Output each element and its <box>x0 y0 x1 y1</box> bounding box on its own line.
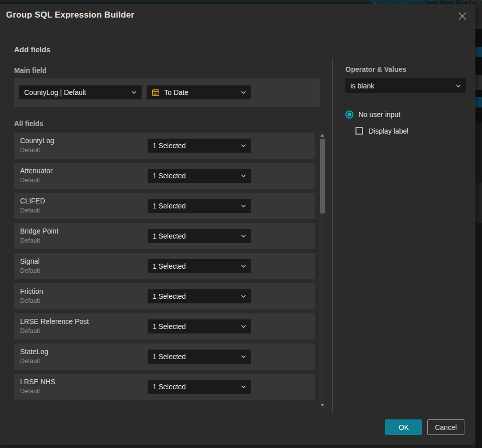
field-name: LRSE NHS <box>20 378 55 386</box>
column-divider <box>332 58 333 412</box>
select-value: CountyLog | Default <box>24 88 128 96</box>
field-values-select[interactable]: 1 Selected <box>148 139 251 153</box>
select-value: 1 Selected <box>153 353 237 361</box>
display-label-option[interactable]: Display label <box>355 127 408 135</box>
occluded-block <box>475 57 482 75</box>
field-card: StateLog Default 1 Selected <box>14 344 315 370</box>
close-button[interactable] <box>456 10 468 22</box>
field-card: Bridge Point Default 1 Selected <box>14 223 315 249</box>
field-values-select[interactable]: 1 Selected <box>148 350 251 364</box>
select-value: 1 Selected <box>153 262 237 270</box>
main-field-select[interactable]: CountyLog | Default <box>19 85 142 99</box>
field-values-select[interactable]: 1 Selected <box>148 199 251 213</box>
chevron-down-icon <box>456 84 461 87</box>
checkbox-label: Display label <box>369 127 408 135</box>
scrollbar-thumb[interactable] <box>320 139 325 213</box>
chevron-down-icon <box>241 174 246 177</box>
page-background-occluded <box>0 445 475 448</box>
field-sublabel: Default <box>20 237 40 244</box>
toolbar-button-occluded <box>471 1 477 4</box>
field-card: LRSE Reference Post Default 1 Selected <box>14 313 315 340</box>
all-fields-list: CountyLog Default 1 Selected Attenuator … <box>14 133 315 404</box>
chevron-down-icon <box>241 91 246 94</box>
field-card: Friction Default 1 Selected <box>14 283 315 309</box>
occluded-block <box>475 90 482 97</box>
field-sublabel: Default <box>20 267 40 274</box>
chevron-down-icon <box>241 355 246 358</box>
field-values-select[interactable]: 1 Selected <box>148 380 251 394</box>
select-value: 1 Selected <box>153 232 237 240</box>
select-value: 1 Selected <box>153 142 237 150</box>
field-sublabel: Default <box>20 358 40 365</box>
occluded-block <box>475 183 482 223</box>
close-icon <box>458 12 467 21</box>
scrollbar-down-arrow-icon[interactable] <box>320 404 324 406</box>
calendar-icon <box>152 88 160 96</box>
operator-select[interactable]: is blank <box>345 78 466 93</box>
field-sublabel: Default <box>20 297 40 304</box>
toolbar-button-occluded <box>444 1 456 4</box>
occluded-block <box>475 223 482 448</box>
occluded-highlight-row <box>475 97 482 107</box>
field-card: LRSE NHS Default 1 Selected <box>14 374 315 400</box>
app-toolbar-occluded: Live view <box>0 0 482 4</box>
field-card: Attenuator Default 1 Selected <box>14 163 315 189</box>
fields-list-scrollbar[interactable] <box>319 133 325 408</box>
select-value: To Date <box>164 88 237 96</box>
occluded-block <box>475 107 482 123</box>
chevron-down-icon <box>241 295 246 298</box>
cancel-button[interactable]: Cancel <box>427 419 464 435</box>
select-value: 1 Selected <box>153 172 237 180</box>
chevron-down-icon <box>241 204 246 207</box>
main-field-panel: CountyLog | Default To Date <box>14 78 320 107</box>
add-fields-heading: Add fields <box>14 45 51 54</box>
field-sublabel: Default <box>20 327 40 334</box>
field-card: Signal Default 1 Selected <box>14 253 315 279</box>
dialog-header: Group SQL Expression Builder <box>0 4 475 28</box>
chevron-down-icon <box>241 144 246 147</box>
select-value: 1 Selected <box>153 202 237 210</box>
select-value: 1 Selected <box>153 383 237 391</box>
scrollbar-up-arrow-icon[interactable] <box>320 134 324 137</box>
occluded-block <box>475 4 482 29</box>
checkbox-unchecked-icon[interactable] <box>355 127 363 135</box>
occluded-block <box>475 123 482 183</box>
field-sublabel: Default <box>20 177 40 184</box>
field-name: CLIFED <box>20 197 45 205</box>
field-values-select[interactable]: 1 Selected <box>148 259 251 273</box>
toolbar-button-occluded <box>428 1 440 4</box>
field-values-select[interactable]: 1 Selected <box>148 229 251 243</box>
occluded-block <box>475 75 482 90</box>
occluded-highlight-row <box>475 47 482 57</box>
field-name: LRSE Reference Post <box>20 317 89 325</box>
main-field-label: Main field <box>14 66 47 74</box>
chevron-down-icon <box>132 91 137 94</box>
field-card: CLIFED Default 1 Selected <box>14 193 315 219</box>
field-name: Signal <box>20 257 40 265</box>
field-card: CountyLog Default 1 Selected <box>14 133 315 159</box>
field-sublabel: Default <box>20 388 40 395</box>
field-values-select[interactable]: 1 Selected <box>148 319 251 333</box>
ok-button[interactable]: OK <box>385 419 422 435</box>
toolbar-button-occluded <box>479 1 482 4</box>
field-name: StateLog <box>20 348 48 356</box>
radio-selected-icon[interactable] <box>345 110 353 119</box>
chevron-down-icon <box>241 385 246 388</box>
field-name: Friction <box>20 287 43 295</box>
field-sublabel: Default <box>20 147 40 154</box>
field-name: CountyLog <box>20 137 54 145</box>
no-user-input-option[interactable]: No user input <box>345 110 400 119</box>
main-field-type-select[interactable]: To Date <box>147 85 251 99</box>
live-view-toggle: Live view <box>370 0 426 4</box>
field-values-select[interactable]: 1 Selected <box>148 289 251 303</box>
occluded-block <box>475 29 482 47</box>
toolbar-button-occluded <box>462 1 469 4</box>
chevron-down-icon <box>241 235 246 238</box>
field-sublabel: Default <box>20 207 40 214</box>
radio-label: No user input <box>358 110 400 119</box>
field-name: Bridge Point <box>20 227 58 235</box>
field-name: Attenuator <box>20 167 53 175</box>
field-values-select[interactable]: 1 Selected <box>148 169 251 183</box>
select-value: is blank <box>350 82 452 90</box>
live-view-label: Live view <box>381 0 410 4</box>
